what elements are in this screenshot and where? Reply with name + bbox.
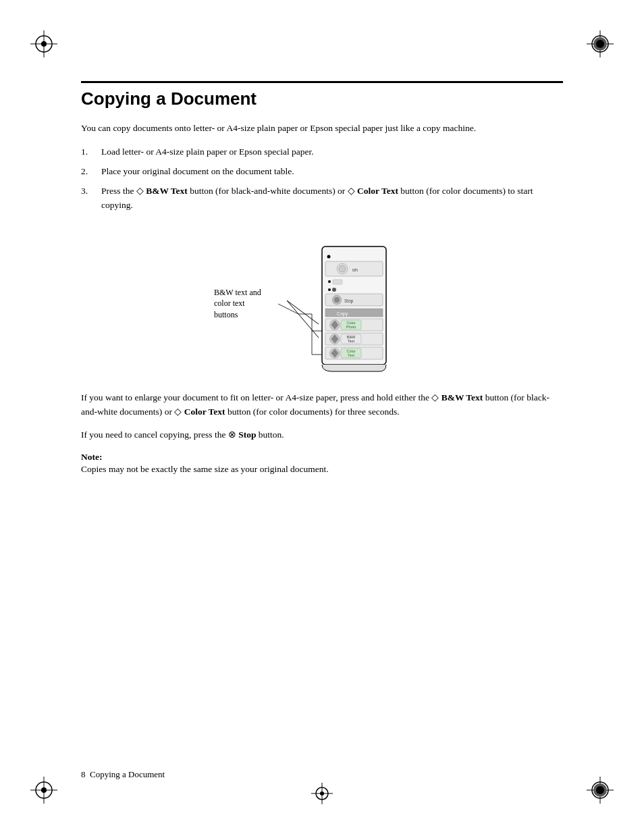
diagram-container: B&W text andcolor textbuttons on	[207, 226, 437, 375]
svg-point-36	[334, 297, 340, 303]
svg-point-32	[328, 288, 331, 291]
diagram-area: B&W text andcolor textbuttons on	[81, 226, 563, 375]
svg-text:Photo: Photo	[346, 325, 356, 329]
list-item: 3. Press the ◇ B&W Text button (for blac…	[81, 184, 563, 213]
svg-point-12	[41, 787, 47, 793]
step-number: 1.	[81, 145, 101, 159]
svg-line-23	[287, 301, 319, 338]
note-label: Note:	[81, 452, 563, 463]
step-text: Load letter- or A4-size plain paper or E…	[101, 145, 563, 159]
steps-list: 1. Load letter- or A4-size plain paper o…	[81, 145, 563, 213]
cancel-paragraph: If you need to cancel copying, press the…	[81, 428, 563, 442]
svg-point-3	[41, 41, 47, 47]
footer: 8 Copying a Document	[81, 769, 165, 780]
list-item: 1. Load letter- or A4-size plain paper o…	[81, 145, 563, 159]
step-text: Place your original document on the docu…	[101, 165, 563, 179]
footer-page-number: 8	[81, 769, 86, 779]
diagram-svg: on Stop Copy	[207, 226, 437, 375]
svg-text:Copy: Copy	[337, 311, 348, 317]
svg-point-25	[327, 255, 331, 258]
footer-section: Copying a Document	[90, 769, 165, 779]
bottom-center-mark	[308, 780, 336, 807]
svg-text:on: on	[352, 267, 358, 272]
corner-mark-bl	[27, 773, 61, 807]
svg-point-21	[320, 791, 324, 796]
intro-paragraph: You can copy documents onto letter- or A…	[81, 122, 563, 136]
svg-line-22	[287, 301, 319, 324]
step-number: 2.	[81, 165, 101, 179]
corner-mark-tr	[583, 27, 617, 61]
svg-text:Text: Text	[348, 353, 355, 357]
svg-text:Stop: Stop	[344, 298, 354, 304]
svg-point-28	[339, 265, 346, 272]
corner-mark-br	[583, 773, 617, 807]
main-content: Copying a Document You can copy document…	[81, 81, 563, 753]
step-number: 3.	[81, 184, 101, 213]
svg-point-17	[596, 786, 604, 794]
note-text: Copies may not be exactly the same size …	[81, 463, 563, 477]
svg-line-62	[278, 304, 298, 314]
svg-point-8	[596, 40, 604, 48]
svg-rect-38	[325, 309, 383, 317]
page-title: Copying a Document	[81, 81, 563, 109]
list-item: 2. Place your original document on the d…	[81, 165, 563, 179]
note-section: Note: Copies may not be exactly the same…	[81, 452, 563, 477]
step-text: Press the ◇ B&W Text button (for black-a…	[101, 184, 563, 213]
enlarge-paragraph: If you want to enlarge your document to …	[81, 391, 563, 419]
svg-point-30	[328, 280, 331, 283]
svg-point-33	[332, 288, 336, 292]
svg-rect-31	[333, 280, 342, 284]
corner-mark-tl	[27, 27, 61, 61]
svg-text:Text: Text	[348, 339, 355, 343]
